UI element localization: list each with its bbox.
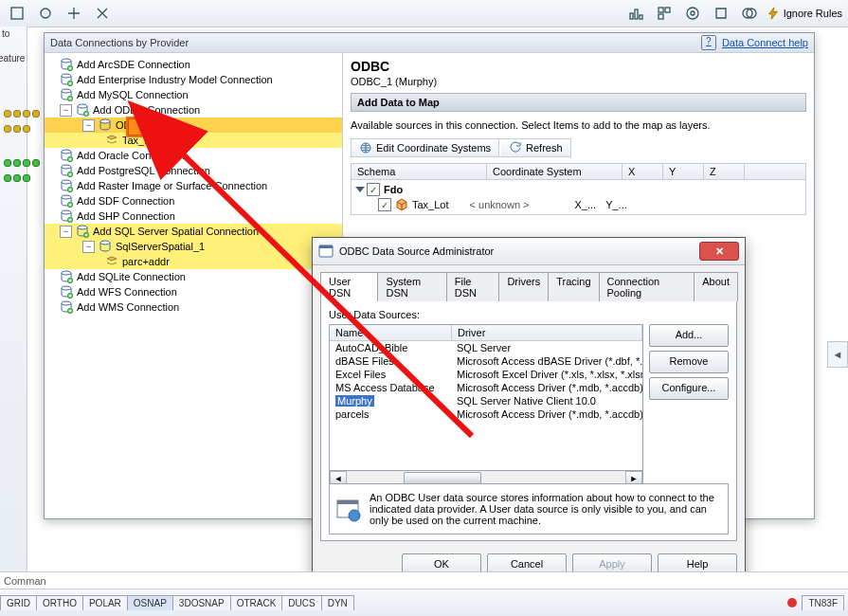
svg-point-12 — [62, 59, 71, 63]
col-name[interactable]: Name — [330, 325, 452, 340]
tab-drivers[interactable]: Drivers — [498, 272, 549, 301]
toolbar-icon-generic[interactable] — [91, 2, 114, 25]
status-tab[interactable]: DUCS — [281, 595, 321, 610]
tree-item[interactable]: Add MySQL Connection — [45, 87, 342, 102]
user-data-sources-list[interactable]: Name Driver AutoCAD_BibleSQL ServerdBASE… — [329, 324, 643, 478]
svg-point-21 — [62, 150, 71, 154]
db-add-icon — [60, 73, 73, 86]
schema-grid[interactable]: Schema Coordinate System X Y Z ✓ Fdo ✓ — [351, 163, 806, 215]
dsn-tabs: User DSN System DSN File DSN Drivers Tra… — [320, 271, 737, 301]
tab-pooling[interactable]: Connection Pooling — [599, 272, 695, 301]
checkbox[interactable]: ✓ — [367, 183, 380, 196]
status-tab[interactable]: GRID — [0, 595, 37, 610]
dsn-row[interactable]: Excel FilesMicrosoft Excel Driver (*.xls… — [330, 368, 642, 381]
status-tab[interactable]: DYN — [321, 595, 354, 610]
db-icon — [99, 118, 112, 132]
status-tab[interactable]: 3DOSNAP — [172, 595, 231, 610]
tree-item[interactable]: Add Enterprise Industry Model Connection — [45, 72, 342, 87]
disclosure-icon[interactable] — [355, 187, 365, 192]
status-tab[interactable]: OSNAP — [127, 595, 173, 610]
expander-icon[interactable]: − — [82, 241, 95, 253]
ignore-rules-button[interactable]: Ignore Rules — [767, 7, 842, 20]
refresh-button[interactable]: Refresh — [501, 139, 570, 156]
close-button[interactable]: ✕ — [699, 242, 739, 261]
cube-icon — [395, 198, 408, 211]
tree-item[interactable]: Add Oracle Connection — [45, 148, 342, 163]
tab-user-dsn[interactable]: User DSN — [320, 272, 378, 301]
tree-item[interactable]: Add WMS Connection — [45, 299, 342, 315]
app-icon — [318, 244, 334, 259]
col-x[interactable]: X — [622, 164, 663, 179]
toolbar-icon-generic[interactable] — [6, 2, 28, 25]
db-add-icon — [60, 285, 73, 299]
expander-icon[interactable]: − — [60, 104, 72, 117]
tree-item[interactable]: Add SHP Connection — [45, 208, 342, 224]
dsn-row[interactable]: AutoCAD_BibleSQL Server — [330, 341, 642, 354]
expander-icon[interactable]: − — [60, 226, 72, 238]
command-line[interactable]: Comman — [0, 571, 848, 589]
configure-button[interactable]: Configure... — [649, 377, 729, 400]
tab-about[interactable]: About — [694, 272, 738, 301]
col-driver[interactable]: Driver — [452, 325, 642, 340]
tab-system-dsn[interactable]: System DSN — [377, 272, 446, 301]
tree-item[interactable]: −Add SQL Server Spatial Connection — [45, 224, 342, 239]
remove-button[interactable]: Remove — [649, 351, 729, 373]
tree-node-odbc1[interactable]: −ODBC_1 — [45, 118, 342, 133]
add-button[interactable]: Add... — [649, 324, 729, 347]
target-icon[interactable] — [681, 2, 704, 25]
tree-node-sqlspatial[interactable]: −SqlServerSpatial_1 — [45, 239, 342, 254]
tree-item[interactable]: Add WFS Connection — [45, 284, 342, 299]
tree-item[interactable]: Add Raster Image or Surface Connection — [45, 178, 342, 193]
provider-tree[interactable]: Add ArcSDE Connection Add Enterprise Ind… — [45, 53, 343, 519]
checkbox[interactable]: ✓ — [378, 198, 391, 211]
schema-row-taxlot[interactable]: ✓ Tax_Lot < unknown > X_... Y_... — [352, 197, 805, 212]
db-add-icon — [60, 164, 73, 177]
odbc-admin-dialog: ODBC Data Source Administrator ✕ User DS… — [312, 237, 746, 599]
main-toolbar: Ignore Rules — [0, 0, 848, 27]
dsn-row[interactable]: MurphySQL Server Native Client 10.0 — [330, 394, 642, 408]
panel-title: Data Connections by Provider — [50, 37, 189, 48]
tree-node-parcaddr[interactable]: parc+addr — [45, 254, 342, 269]
tree-item[interactable]: Add SDF Connection — [45, 193, 342, 208]
edit-cs-button[interactable]: Edit Coordinate Systems — [352, 139, 499, 156]
status-tab[interactable]: POLAR — [82, 595, 128, 610]
db-add-icon — [76, 103, 89, 117]
tree-item[interactable]: Add SQLite Connection — [45, 269, 342, 284]
svg-rect-44 — [337, 500, 358, 504]
data-connect-help-link[interactable]: Data Connect help — [722, 37, 808, 48]
dsn-row[interactable]: parcelsMicrosoft Access Driver (*.mdb, *… — [330, 408, 642, 421]
schema-row-fdo[interactable]: ✓ Fdo — [352, 182, 805, 197]
tab-tracing[interactable]: Tracing — [548, 272, 599, 301]
expander-icon[interactable]: − — [82, 119, 95, 132]
col-schema[interactable]: Schema — [352, 164, 487, 179]
toolbar-icon-generic[interactable] — [653, 2, 676, 25]
tree-item[interactable]: −Add ODBC Connection — [45, 102, 342, 118]
dialog-titlebar[interactable]: ODBC Data Source Administrator ✕ — [313, 238, 745, 265]
col-z[interactable]: Z — [704, 164, 745, 179]
tree-item[interactable]: Add PostgreSQL Connection — [45, 163, 342, 178]
col-y[interactable]: Y — [663, 164, 704, 179]
layer-icon — [105, 134, 118, 147]
svg-point-29 — [62, 210, 71, 214]
tab-file-dsn[interactable]: File DSN — [446, 272, 500, 301]
chart-icon[interactable] — [624, 2, 647, 25]
tree-item[interactable]: Add ArcSDE Connection — [45, 57, 342, 72]
toolbar-icon-generic[interactable] — [63, 2, 85, 25]
dsn-row[interactable]: dBASE FilesMicrosoft Access dBASE Driver… — [330, 354, 642, 368]
svg-point-31 — [78, 226, 87, 229]
svg-point-14 — [62, 74, 71, 78]
toolbar-icon-generic[interactable] — [34, 2, 57, 25]
dsn-row[interactable]: MS Access DatabaseMicrosoft Access Drive… — [330, 381, 642, 394]
svg-rect-0 — [11, 8, 23, 19]
right-palette-toggle[interactable]: ◄ — [827, 341, 848, 368]
col-cs[interactable]: Coordinate System — [487, 164, 622, 179]
tree-node-taxlot[interactable]: Tax_Lot — [45, 133, 342, 148]
toolbar-icon-generic[interactable] — [710, 2, 732, 25]
status-right[interactable]: TN83F — [802, 595, 844, 610]
status-tab[interactable]: ORTHO — [36, 595, 83, 610]
help-icon: ? — [701, 35, 716, 50]
detail-sub: ODBC_1 (Murphy) — [351, 76, 806, 87]
venn-icon[interactable] — [738, 2, 761, 25]
svg-rect-3 — [635, 9, 638, 19]
status-tab[interactable]: OTRACK — [230, 595, 283, 610]
